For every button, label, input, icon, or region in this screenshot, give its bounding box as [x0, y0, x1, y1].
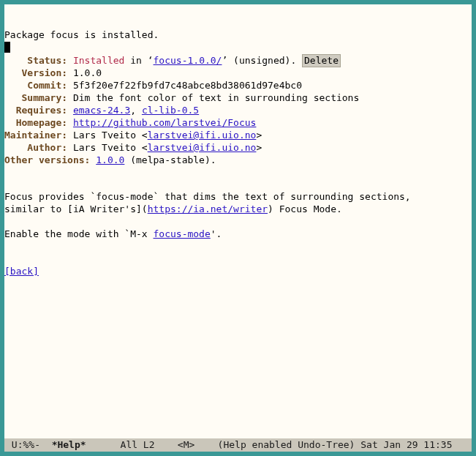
maintainer-label: Maintainer: [4, 130, 67, 141]
desc-line-1: Focus provides `focus-mode` that dims th… [4, 191, 411, 202]
requires-label: Requires: [16, 105, 67, 116]
status-dir-link[interactable]: focus-1.0.0/ [154, 55, 222, 66]
focus-mode-link[interactable]: focus-mode [154, 228, 211, 239]
ia-writer-link[interactable]: https://ia.net/writer [148, 203, 268, 214]
enable-line: Enable the mode with `M-x focus-mode'. [4, 228, 222, 239]
cursor [4, 42, 10, 53]
homepage-link[interactable]: http://github.com/larstvei/Focus [73, 117, 256, 128]
maintainer-name: Lars Tveito [73, 130, 136, 141]
buffer-name: *Help* [52, 439, 86, 452]
commit-label: Commit: [27, 80, 67, 91]
other-versions-label: Other versions: [4, 154, 90, 165]
maintainer-email-link[interactable]: larstvei@ifi.uio.no [148, 130, 257, 141]
header-line: Package focus is installed. [4, 29, 159, 40]
status-value: Installed [73, 55, 124, 66]
other-version-link[interactable]: 1.0.0 [96, 154, 124, 165]
desc-line-2: similar to [iA Writer's](https://ia.net/… [4, 203, 342, 214]
back-link[interactable]: [back] [4, 266, 39, 277]
status-label: Status: [27, 55, 67, 66]
summary-value: Dim the font color of text in surroundin… [73, 92, 359, 103]
homepage-label: Homepage: [16, 117, 67, 128]
mode-mid: All L2 <M> (Help enabled Undo-Tree) Sat … [86, 439, 453, 452]
author-label: Author: [27, 142, 67, 153]
version-value: 1.0.0 [73, 67, 102, 78]
mode-left: U:%%- [6, 439, 52, 452]
summary-label: Summary: [21, 92, 67, 103]
require-link-0[interactable]: emacs-24.3 [73, 105, 130, 116]
commit-value: 5f3f20e7f22fb9fd7c48abce8bd38061d97e4bc0 [73, 80, 302, 91]
version-label: Version: [21, 67, 67, 78]
help-buffer: Package focus is installed. Status: Inst… [4, 4, 472, 438]
delete-button[interactable]: Delete [302, 54, 341, 68]
require-link-1[interactable]: cl-lib-0.5 [142, 105, 199, 116]
mode-line: U:%%- *Help* All L2 <M> (Help enabled Un… [4, 438, 472, 452]
author-name: Lars Tveito [73, 142, 136, 153]
author-email-link[interactable]: larstvei@ifi.uio.no [148, 142, 257, 153]
